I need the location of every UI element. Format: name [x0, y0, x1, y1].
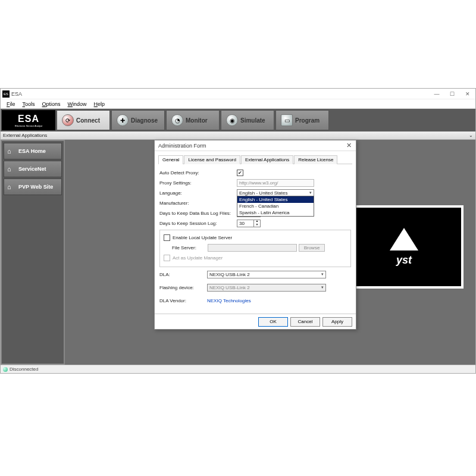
sidebar-item-servicenet[interactable]: ⌂ ServiceNet	[4, 161, 62, 177]
tab-program-label: Program	[295, 117, 320, 124]
logo: ESA Electronic Service Analyst	[2, 110, 55, 130]
diagnose-icon: ✚	[117, 114, 129, 126]
home-icon: ⌂	[7, 183, 15, 190]
combo-flashing: NEXIQ USB-Link 2 ▾	[207, 284, 326, 292]
toolbar: ESA Electronic Service Analyst ⟳ Connect…	[1, 109, 475, 131]
tab-diagnose-label: Diagnose	[131, 117, 158, 124]
label-proxy: Proxy Settings:	[159, 180, 237, 186]
menu-file[interactable]: Filedocument.currentScript.previousEleme…	[3, 101, 19, 108]
dialog-body: Auto Detect Proxy: ✔ Proxy Settings: Lan…	[155, 164, 356, 314]
dlg-tab-release[interactable]: Release License	[294, 155, 337, 164]
language-dropdown: English - United States French - Canadia…	[237, 196, 314, 217]
home-icon: ⌂	[7, 165, 15, 173]
language-option[interactable]: English - United States	[237, 196, 314, 203]
cancel-button[interactable]: Cancel	[290, 317, 320, 327]
external-apps-header: External Applications ⌄	[1, 131, 475, 140]
tab-connect-label: Connect	[76, 117, 100, 124]
dialog-tabs: General License and Password External Ap…	[158, 155, 352, 164]
status-led-icon	[3, 367, 8, 372]
link-dla-vendor[interactable]: NEXIQ Technologies	[207, 298, 251, 303]
triangle-icon	[390, 228, 418, 250]
tab-connect[interactable]: ⟳ Connect	[57, 110, 110, 130]
combo-flashing-value: NEXIQ USB-Link 2	[209, 285, 321, 290]
language-option[interactable]: Spanish - Latin America	[237, 209, 314, 216]
label-days-session: Days to Keep Session Log:	[159, 221, 237, 226]
tab-program[interactable]: ▭ Program	[275, 110, 329, 130]
apply-button[interactable]: Apply	[322, 317, 352, 327]
monitor-icon: ◔	[171, 114, 183, 126]
logo-text: ESA	[18, 114, 39, 124]
label-act-as: Act as Update Manager	[173, 255, 223, 261]
checkbox-auto-detect[interactable]: ✔	[237, 170, 243, 176]
label-file-server: File Server:	[172, 245, 208, 250]
maximize-button[interactable]: ☐	[444, 89, 460, 99]
group-update-server: Enable Local Update Server File Server: …	[159, 230, 351, 267]
menu-help[interactable]: Help	[90, 101, 109, 108]
combo-dla[interactable]: NEXIQ USB-Link 2 ▾	[207, 271, 326, 278]
simulate-icon: ◉	[226, 114, 238, 126]
label-auto-detect: Auto Detect Proxy:	[159, 170, 237, 176]
checkbox-act-as	[164, 255, 170, 261]
background-logo-text: yst	[396, 254, 412, 267]
app-icon: ES	[2, 90, 10, 98]
collapse-icon[interactable]: ⌄	[467, 133, 474, 138]
program-icon: ▭	[281, 114, 293, 126]
chevron-down-icon: ▾	[321, 285, 324, 290]
input-file-server	[208, 244, 297, 252]
menu-window[interactable]: Window	[64, 101, 90, 108]
close-button[interactable]: ✕	[460, 89, 475, 99]
label-language: Language:	[159, 190, 237, 196]
dlg-tab-license[interactable]: License and Password	[184, 155, 240, 164]
input-proxy[interactable]	[237, 179, 314, 187]
minimize-button[interactable]: —	[429, 89, 444, 99]
tab-simulate[interactable]: ◉ Simulate	[221, 110, 274, 130]
sidebar-item-label: PVP Web Site	[18, 184, 53, 190]
dialog-footer: OK Cancel Apply	[155, 314, 356, 329]
workspace: yst Administration Form ✕ General Licens…	[65, 140, 475, 365]
label-manufacturer: Manufacturer:	[159, 201, 237, 206]
status-text: Disconnected	[10, 367, 38, 372]
menubar: Filedocument.currentScript.previousEleme…	[1, 99, 475, 109]
dialog-close-button[interactable]: ✕	[342, 142, 356, 149]
browse-button: Browse	[299, 244, 325, 252]
label-flashing: Flashing device:	[159, 285, 207, 290]
sidebar-item-pvp[interactable]: ⌂ PVP Web Site	[4, 178, 62, 195]
dlg-tab-general[interactable]: General	[158, 155, 183, 164]
background-logo: yst	[345, 205, 464, 289]
body: ⌂ ESA Home ⌂ ServiceNet ⌂ PVP Web Site y…	[1, 140, 475, 365]
sidebar-item-label: ServiceNet	[18, 166, 46, 172]
external-apps-title: External Applications	[3, 133, 47, 138]
dialog-title: Administration Form	[158, 143, 206, 149]
menu-options[interactable]: Options	[39, 101, 64, 108]
label-enable-local: Enable Local Update Server	[173, 235, 232, 240]
statusbar: Disconnected	[1, 365, 475, 373]
window-title: ESA	[11, 91, 429, 97]
dialog-titlebar: Administration Form ✕	[155, 140, 356, 151]
tab-diagnose[interactable]: ✚ Diagnose	[111, 110, 165, 130]
titlebar: ES ESA — ☐ ✕	[1, 89, 475, 99]
label-dla-vendor: DLA Vendor:	[159, 298, 207, 303]
logo-subtext: Electronic Service Analyst	[15, 124, 42, 127]
chevron-down-icon: ▾	[309, 190, 312, 195]
spinner-down-icon[interactable]: ▼	[253, 223, 260, 227]
home-icon: ⌂	[7, 148, 15, 155]
tab-monitor-label: Monitor	[186, 117, 208, 124]
app-window: ES ESA — ☐ ✕ Filedocument.currentScript.…	[0, 88, 476, 374]
combo-language-value: English - United States	[239, 190, 309, 196]
sidebar-item-label: ESA Home	[18, 148, 46, 154]
checkbox-enable-local[interactable]	[164, 234, 170, 241]
ok-button[interactable]: OK	[258, 317, 288, 327]
label-days-bus: Days to Keep Data Bus Log Files:	[159, 211, 237, 216]
combo-dla-value: NEXIQ USB-Link 2	[209, 272, 321, 277]
sidebar-item-esa-home[interactable]: ⌂ ESA Home	[4, 143, 62, 159]
label-dla: DLA:	[159, 272, 207, 277]
spinner-days-session[interactable]: 30 ▲▼	[237, 220, 261, 227]
sidebar: ⌂ ESA Home ⌂ ServiceNet ⌂ PVP Web Site	[1, 140, 65, 365]
chevron-down-icon: ▾	[321, 272, 324, 277]
language-option[interactable]: French - Canadian	[237, 203, 314, 209]
dlg-tab-external[interactable]: External Applications	[241, 155, 293, 164]
connect-icon: ⟳	[62, 114, 74, 126]
menu-tools[interactable]: Tools	[19, 101, 39, 108]
tab-monitor[interactable]: ◔ Monitor	[166, 110, 220, 130]
spinner-value: 30	[237, 221, 253, 226]
